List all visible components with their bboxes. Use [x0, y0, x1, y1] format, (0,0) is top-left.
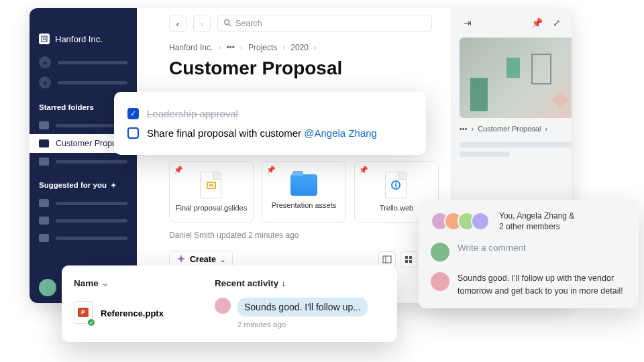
powerpoint-icon: P ✓ [74, 301, 94, 325]
avatar-stack[interactable] [431, 212, 490, 231]
file-list-popover: Name ⌄ Recent activity ↓ P ✓ Reference.p… [62, 265, 397, 342]
nav-item-starred[interactable]: ★ [30, 72, 137, 93]
members-label: You, Angela Zhang & 2 other members [499, 210, 574, 232]
panel-breadcrumb: •••› Customer Proposal› [460, 118, 572, 138]
svg-rect-10 [409, 256, 412, 259]
comments-panel: You, Angela Zhang & 2 other members Writ… [419, 200, 639, 308]
comment-text: Sounds good. I'll follow up with the ven… [458, 272, 627, 298]
pin-icon: 📌 [174, 166, 183, 174]
crumb[interactable]: Hanford Inc. [169, 43, 213, 52]
nav-item-people[interactable]: ● [30, 52, 137, 72]
svg-rect-11 [405, 260, 408, 263]
avatar [215, 298, 231, 314]
sparkle-icon: ✦ [111, 182, 116, 189]
folder-card[interactable]: 📌 Presentation assets [262, 161, 346, 223]
activity-time: 2 minutes ago [237, 320, 368, 328]
pin-button[interactable]: 📌 [529, 15, 545, 31]
folder-icon [39, 121, 49, 129]
comment-input-row[interactable]: Write a comment [431, 243, 627, 261]
svg-rect-3 [43, 40, 44, 41]
star-icon: ★ [39, 76, 51, 88]
file-cards: 📌 Final proposal.gslides 📌 Presentation … [169, 161, 439, 223]
expand-button[interactable]: ⤢ [549, 15, 565, 31]
pin-icon: 📌 [266, 166, 276, 174]
create-label: Create [190, 255, 216, 264]
search-input[interactable]: Search [217, 15, 432, 32]
collapse-panel-button[interactable]: ⇥ [460, 15, 476, 31]
checkbox-icon[interactable] [127, 127, 139, 139]
folder-icon [39, 217, 49, 225]
crumb[interactable]: Customer Proposal [478, 125, 541, 133]
svg-rect-12 [409, 260, 412, 263]
folder-item[interactable] [30, 229, 137, 247]
folder-icon [39, 139, 49, 147]
file-card[interactable]: 📌 Final proposal.gslides [169, 161, 254, 223]
column-activity[interactable]: Recent activity ↓ [215, 278, 286, 288]
mention[interactable]: @Angela Zhang [304, 127, 377, 139]
folder-item[interactable] [30, 153, 137, 170]
avatar [431, 272, 449, 291]
task-row[interactable]: ✓ Leadership approval [127, 104, 413, 123]
building-icon [39, 34, 50, 44]
file-name: Reference.pptx [101, 308, 164, 318]
org-name: Hanford Inc. [55, 34, 103, 44]
svg-rect-0 [42, 36, 47, 42]
svg-point-5 [225, 19, 229, 24]
tasks-popover: ✓ Leadership approval Share final propos… [114, 92, 426, 155]
page-title: Customer Proposal [169, 56, 439, 86]
main-panel: ‹ › Search Hanford Inc.› •••› Projects› … [137, 8, 451, 303]
folder-icon [39, 199, 49, 207]
chevron-down-icon: ⌄ [101, 278, 109, 288]
svg-rect-1 [43, 38, 44, 39]
crumb-ellipsis[interactable]: ••• [226, 43, 235, 52]
file-name: Final proposal.gslides [176, 204, 247, 212]
crumb[interactable]: Projects [248, 43, 277, 52]
crumb-ellipsis[interactable]: ••• [460, 125, 468, 133]
folder-icon [290, 174, 317, 196]
svg-rect-4 [45, 40, 46, 41]
folder-icon [39, 158, 49, 166]
folder-item[interactable] [30, 194, 137, 212]
search-placeholder: Search [235, 19, 262, 28]
crumb[interactable]: 2020 [290, 43, 309, 52]
sidebar: Hanford Inc. ● ★ Starred folders Custome… [30, 8, 137, 303]
svg-rect-2 [45, 38, 46, 39]
org-switcher[interactable]: Hanford Inc. [30, 34, 137, 52]
person-icon: ● [39, 56, 51, 68]
breadcrumb: Hanford Inc.› •••› Projects› 2020› [169, 39, 439, 56]
task-label: Leadership approval [147, 108, 238, 119]
svg-line-6 [229, 24, 231, 26]
comment-input[interactable]: Write a comment [458, 243, 526, 253]
file-name: Trello.web [380, 204, 413, 212]
activity-message: Sounds good. I'll follow up... [237, 298, 368, 316]
comment-row: Sounds good. I'll follow up with the ven… [431, 272, 627, 298]
folder-name: Presentation assets [272, 201, 337, 209]
nav-back-button[interactable]: ‹ [169, 15, 186, 32]
folder-icon [39, 234, 49, 242]
update-meta: Daniel Smith updated 2 minutes ago [169, 223, 439, 248]
topbar: ‹ › Search [169, 8, 439, 39]
folder-item[interactable] [30, 212, 137, 229]
search-icon [223, 19, 231, 29]
gslides-icon [200, 172, 223, 198]
avatar [431, 243, 449, 261]
synced-icon: ✓ [87, 318, 96, 327]
sort-desc-icon: ↓ [281, 278, 286, 288]
chevron-down-icon: ⌄ [220, 256, 225, 263]
suggested-header: Suggested for you ✦ [30, 170, 137, 194]
svg-rect-9 [405, 256, 408, 259]
sparkle-icon [176, 255, 186, 264]
view-grid-button[interactable] [400, 251, 417, 267]
column-name[interactable]: Name ⌄ [74, 278, 215, 288]
task-row[interactable]: Share final proposal with customer @Ange… [127, 123, 413, 143]
file-preview[interactable] [460, 38, 572, 118]
web-icon [385, 172, 408, 198]
avatar [39, 279, 56, 296]
list-item[interactable]: P ✓ Reference.pptx Sounds good. I'll fol… [74, 298, 385, 328]
checkbox-checked-icon[interactable]: ✓ [127, 108, 139, 119]
svg-rect-7 [383, 256, 391, 263]
nav-forward-button[interactable]: › [193, 15, 211, 32]
more-button[interactable]: ••• [569, 15, 572, 31]
task-label: Share final proposal with customer @Ange… [147, 127, 377, 139]
pin-icon: 📌 [359, 166, 368, 174]
